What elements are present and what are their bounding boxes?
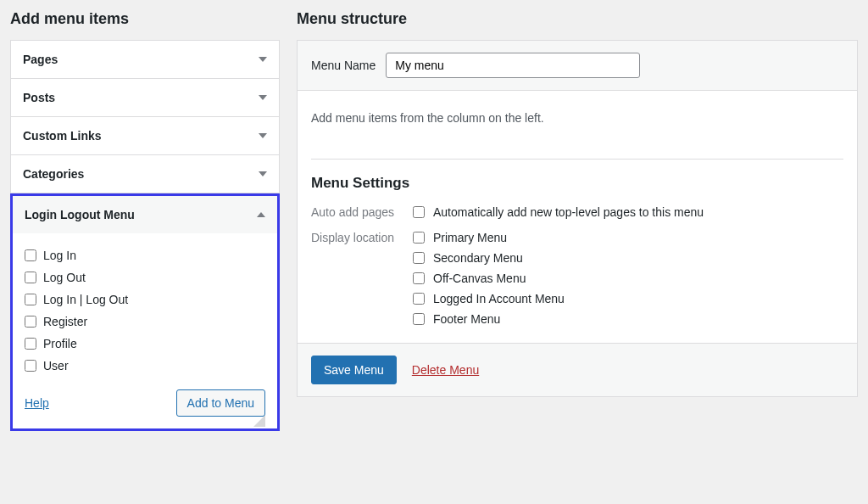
list-item: Log In xyxy=(25,249,265,262)
caret-down-icon xyxy=(259,133,267,138)
menu-name-input[interactable] xyxy=(386,53,640,78)
delete-menu-link[interactable]: Delete Menu xyxy=(412,363,479,377)
caret-down-icon xyxy=(259,57,267,62)
option-label: Logged In Account Menu xyxy=(433,292,565,305)
caret-up-icon xyxy=(257,212,265,217)
custom-links-panel-title: Custom Links xyxy=(23,129,102,143)
list-item: Logged In Account Menu xyxy=(413,292,565,305)
pages-panel-header[interactable]: Pages xyxy=(11,41,279,78)
list-item: Log Out xyxy=(25,271,265,284)
checkbox-primary-menu[interactable] xyxy=(413,232,425,244)
checkbox-register[interactable] xyxy=(25,316,36,328)
list-item: User xyxy=(25,359,265,372)
list-item: Automatically add new top-level pages to… xyxy=(413,205,704,219)
login-logout-panel-header[interactable]: Login Logout Menu xyxy=(13,196,277,233)
item-label: Profile xyxy=(43,337,77,350)
checkbox-profile[interactable] xyxy=(25,338,36,350)
option-label: Off-Canvas Menu xyxy=(433,272,526,285)
list-item: Register xyxy=(25,315,265,328)
pages-panel-title: Pages xyxy=(23,53,58,66)
list-item: Primary Menu xyxy=(413,231,565,244)
checkbox-footer-menu[interactable] xyxy=(413,313,425,325)
menu-structure-heading: Menu structure xyxy=(297,10,858,28)
menu-structure-panel: Menu Name Add menu items from the column… xyxy=(297,40,858,397)
add-menu-items-heading: Add menu items xyxy=(10,10,280,28)
custom-links-panel-header[interactable]: Custom Links xyxy=(11,117,279,154)
item-label: Register xyxy=(43,315,87,328)
add-menu-accordion: Pages Posts Custom Links Categories xyxy=(10,40,280,193)
save-menu-button[interactable]: Save Menu xyxy=(311,356,397,384)
caret-down-icon xyxy=(259,171,267,176)
login-logout-panel-highlight: Login Logout Menu Log In Log Out Log I xyxy=(10,193,280,431)
menu-name-label: Menu Name xyxy=(311,59,376,72)
item-label: Log In | Log Out xyxy=(43,293,128,306)
list-item: Footer Menu xyxy=(413,312,565,326)
item-label: User xyxy=(43,359,69,372)
checkbox-user[interactable] xyxy=(25,360,36,372)
item-label: Log In xyxy=(43,249,76,262)
auto-add-pages-label: Auto add pages xyxy=(311,205,413,219)
checkbox-log-in[interactable] xyxy=(25,249,36,261)
option-label: Primary Menu xyxy=(433,231,507,244)
checkbox-off-canvas-menu[interactable] xyxy=(413,272,425,284)
divider xyxy=(311,159,843,160)
list-item: Profile xyxy=(25,337,265,350)
option-label: Secondary Menu xyxy=(433,251,523,265)
login-logout-panel-title: Login Logout Menu xyxy=(25,208,135,221)
caret-down-icon xyxy=(259,95,267,100)
categories-panel-title: Categories xyxy=(23,167,84,181)
option-label: Footer Menu xyxy=(433,312,500,326)
list-item: Off-Canvas Menu xyxy=(413,272,565,285)
posts-panel-header[interactable]: Posts xyxy=(11,79,279,116)
list-item: Log In | Log Out xyxy=(25,293,265,306)
checkbox-auto-add-pages[interactable] xyxy=(413,206,425,218)
menu-hint-text: Add menu items from the column on the le… xyxy=(311,111,843,125)
login-logout-items-list: Log In Log Out Log In | Log Out Register xyxy=(25,249,265,372)
item-label: Log Out xyxy=(43,271,86,284)
checkbox-log-out[interactable] xyxy=(25,272,36,283)
categories-panel-header[interactable]: Categories xyxy=(11,155,279,193)
display-location-label: Display location xyxy=(311,231,413,326)
menu-settings-heading: Menu Settings xyxy=(311,175,843,192)
option-label: Automatically add new top-level pages to… xyxy=(433,205,704,219)
help-link[interactable]: Help xyxy=(25,396,49,410)
checkbox-log-in-log-out[interactable] xyxy=(25,294,36,305)
checkbox-secondary-menu[interactable] xyxy=(413,252,425,264)
checkbox-logged-in-account-menu[interactable] xyxy=(413,293,425,305)
add-to-menu-button[interactable]: Add to Menu xyxy=(176,389,265,417)
list-item: Secondary Menu xyxy=(413,251,565,265)
posts-panel-title: Posts xyxy=(23,91,55,104)
